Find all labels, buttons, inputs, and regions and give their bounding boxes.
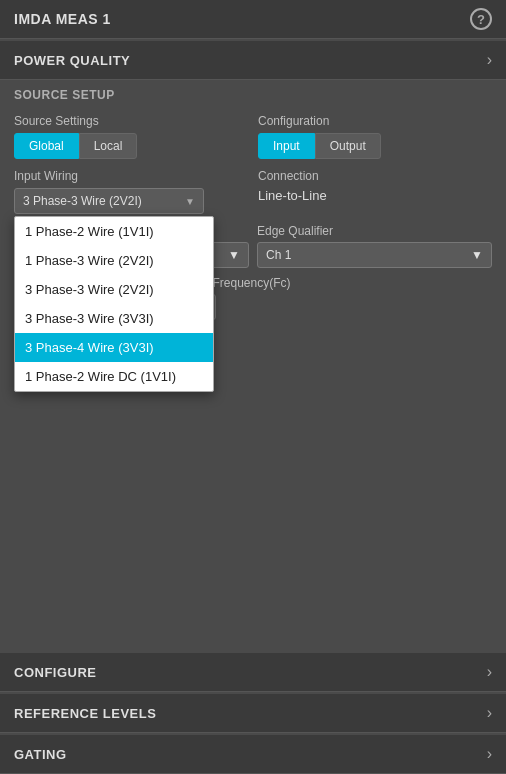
gating-label: GATING [14, 747, 67, 762]
gating-row[interactable]: GATING › [0, 735, 506, 774]
configuration-label: Configuration [258, 114, 492, 128]
configure-row[interactable]: CONFIGURE › [0, 653, 506, 692]
reference-levels-row[interactable]: REFERENCE LEVELS › [0, 694, 506, 733]
bottom-sections: CONFIGURE › REFERENCE LEVELS › GATING › [0, 651, 506, 774]
power-quality-label: POWER QUALITY [14, 53, 130, 68]
connection-value: Line-to-Line [258, 188, 492, 203]
source-setup-header: SOURCE SETUP [0, 80, 506, 106]
configuration-toggle: Input Output [258, 133, 492, 159]
reference-levels-arrow: › [487, 704, 492, 722]
input-wiring-label: Input Wiring [14, 169, 248, 183]
header: IMDA MEAS 1 ? [0, 0, 506, 39]
help-button[interactable]: ? [470, 8, 492, 30]
gating-arrow: › [487, 745, 492, 763]
wiring-connection-row: Input Wiring 3 Phase-3 Wire (2V2I) ▼ 1 P… [14, 169, 492, 214]
connection-col: Connection Line-to-Line [258, 169, 492, 203]
current-source-chevron: ▼ [228, 248, 240, 262]
configure-label: CONFIGURE [14, 665, 97, 680]
spacer [0, 384, 506, 464]
dropdown-option-3[interactable]: 3 Phase-3 Wire (3V3I) [15, 304, 213, 333]
configuration-col: Configuration Input Output [258, 114, 492, 159]
power-quality-arrow: › [487, 51, 492, 69]
input-wiring-col: Input Wiring 3 Phase-3 Wire (2V2I) ▼ 1 P… [14, 169, 248, 214]
connection-label: Connection [258, 169, 492, 183]
settings-config-row: Source Settings Global Local Configurati… [14, 114, 492, 159]
configure-arrow: › [487, 663, 492, 681]
input-wiring-dropdown-container: 3 Phase-3 Wire (2V2I) ▼ 1 Phase-2 Wire (… [14, 188, 204, 214]
dropdown-option-4[interactable]: 3 Phase-4 Wire (3V3I) [15, 333, 213, 362]
edge-qualifier-label: Edge Qualifier [257, 224, 492, 238]
edge-qualifier-select[interactable]: Ch 1 ▼ [257, 242, 492, 268]
dropdown-option-5[interactable]: 1 Phase-2 Wire DC (1V1I) [15, 362, 213, 391]
edge-qualifier-value: Ch 1 [266, 248, 291, 262]
edge-qualifier-col: Edge Qualifier Ch 1 ▼ [257, 224, 492, 268]
input-wiring-chevron: ▼ [185, 196, 195, 207]
input-wiring-selected-value: 3 Phase-3 Wire (2V2I) [23, 194, 142, 208]
source-setup-content: Source Settings Global Local Configurati… [0, 106, 506, 384]
reference-levels-label: REFERENCE LEVELS [14, 706, 156, 721]
source-settings-label: Source Settings [14, 114, 248, 128]
source-settings-col: Source Settings Global Local [14, 114, 248, 159]
input-wiring-dropdown-list: 1 Phase-2 Wire (1V1I) 1 Phase-3 Wire (2V… [14, 216, 214, 392]
app-title: IMDA MEAS 1 [14, 11, 111, 27]
edge-qualifier-chevron: ▼ [471, 248, 483, 262]
source-settings-toggle: Global Local [14, 133, 248, 159]
dropdown-option-2[interactable]: 3 Phase-3 Wire (2V2I) [15, 275, 213, 304]
dropdown-option-0[interactable]: 1 Phase-2 Wire (1V1I) [15, 217, 213, 246]
input-button[interactable]: Input [258, 133, 315, 159]
dropdown-option-1[interactable]: 1 Phase-3 Wire (2V2I) [15, 246, 213, 275]
power-quality-row[interactable]: POWER QUALITY › [0, 41, 506, 80]
output-button[interactable]: Output [315, 133, 381, 159]
global-button[interactable]: Global [14, 133, 79, 159]
local-button[interactable]: Local [79, 133, 138, 159]
source-setup-label: SOURCE SETUP [14, 88, 115, 102]
input-wiring-select[interactable]: 3 Phase-3 Wire (2V2I) ▼ [14, 188, 204, 214]
